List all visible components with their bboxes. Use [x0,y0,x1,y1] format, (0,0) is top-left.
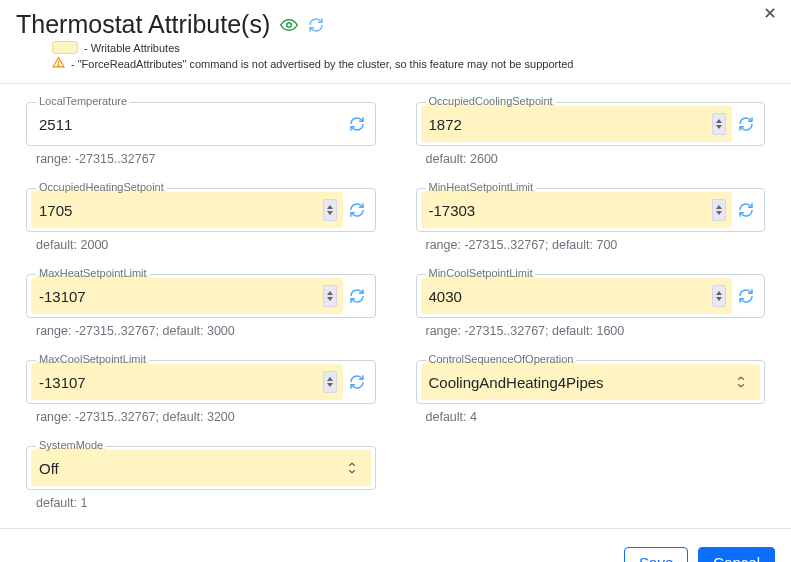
field-value: 1872 [429,116,707,133]
svg-point-2 [58,65,59,66]
dialog-footer: Save Cancel [0,529,791,562]
field-hint: default: 1 [36,496,376,510]
field-label: MinCoolSetpointLimit [426,267,536,279]
field-label: LocalTemperature [36,95,130,107]
refresh-icon[interactable] [343,288,371,304]
field-local-temperature: LocalTemperature 2511 range: -27315..327… [26,102,376,166]
field-max-heat-setpoint-limit: MaxHeatSetpointLimit -13107 range: -2731… [26,274,376,338]
field-value: -17303 [429,202,707,219]
max-heat-setpoint-limit-input[interactable]: -13107 [31,278,343,314]
field-hint: default: 2600 [426,152,766,166]
local-temperature-input: 2511 [31,106,343,142]
dialog-title: Thermostat Attribute(s) [16,10,270,39]
field-value: Off [39,460,339,477]
field-value: CoolingAndHeating4Pipes [429,374,729,391]
field-hint: range: -27315..32767; default: 700 [426,238,766,252]
field-min-heat-setpoint-limit: MinHeatSetpointLimit -17303 range: -2731… [416,188,766,252]
close-button[interactable] [763,6,777,23]
control-sequence-of-operation-select[interactable]: CoolingAndHeating4Pipes [421,364,761,400]
field-system-mode: SystemMode Off default: 1 [26,446,376,510]
dialog-header: Thermostat Attribute(s) - Writable Attri… [0,0,791,84]
legend-warning-text: - "ForceReadAttributes" command is not a… [71,58,573,70]
min-heat-setpoint-limit-input[interactable]: -17303 [421,192,733,228]
occupied-cooling-setpoint-input[interactable]: 1872 [421,106,733,142]
thermostat-attributes-dialog: Thermostat Attribute(s) - Writable Attri… [0,0,791,562]
refresh-icon[interactable] [732,288,760,304]
field-label: SystemMode [36,439,106,451]
field-occupied-heating-setpoint: OccupiedHeatingSetpoint 1705 default: 20… [26,188,376,252]
field-control-sequence-of-operation: ControlSequenceOfOperation CoolingAndHea… [416,360,766,424]
legend-writable-text: - Writable Attributes [84,42,180,54]
refresh-icon[interactable] [343,116,371,132]
number-stepper[interactable] [712,113,726,135]
field-value: 2511 [39,116,337,133]
number-stepper[interactable] [323,199,337,221]
legend: - Writable Attributes - "ForceReadAttrib… [16,41,775,71]
warning-icon [52,56,65,71]
number-stepper[interactable] [712,285,726,307]
field-hint: range: -27315..32767; default: 3200 [36,410,376,424]
dropdown-icon [734,375,754,389]
field-hint: range: -27315..32767; default: 3000 [36,324,376,338]
field-max-cool-setpoint-limit: MaxCoolSetpointLimit -13107 range: -2731… [26,360,376,424]
field-occupied-cooling-setpoint: OccupiedCoolingSetpoint 1872 default: 26… [416,102,766,166]
field-label: MinHeatSetpointLimit [426,181,537,193]
field-value: 1705 [39,202,317,219]
max-cool-setpoint-limit-input[interactable]: -13107 [31,364,343,400]
save-button[interactable]: Save [624,547,688,562]
refresh-all-icon[interactable] [308,17,324,33]
field-hint: range: -27315..32767; default: 1600 [426,324,766,338]
field-label: MaxHeatSetpointLimit [36,267,150,279]
cancel-button[interactable]: Cancel [698,547,775,562]
writable-swatch [52,41,78,54]
svg-point-0 [287,22,292,27]
refresh-icon[interactable] [732,116,760,132]
refresh-icon[interactable] [343,374,371,390]
field-label: OccupiedCoolingSetpoint [426,95,556,107]
field-hint: default: 4 [426,410,766,424]
min-cool-setpoint-limit-input[interactable]: 4030 [421,278,733,314]
field-min-cool-setpoint-limit: MinCoolSetpointLimit 4030 range: -27315.… [416,274,766,338]
field-value: 4030 [429,288,707,305]
field-value: -13107 [39,288,317,305]
field-label: OccupiedHeatingSetpoint [36,181,167,193]
field-label: MaxCoolSetpointLimit [36,353,149,365]
number-stepper[interactable] [323,285,337,307]
refresh-icon[interactable] [732,202,760,218]
system-mode-select[interactable]: Off [31,450,371,486]
dialog-body: LocalTemperature 2511 range: -27315..327… [0,84,791,529]
dropdown-icon [345,461,365,475]
view-icon[interactable] [280,16,298,34]
field-hint: default: 2000 [36,238,376,252]
field-value: -13107 [39,374,317,391]
field-hint: range: -27315..32767 [36,152,376,166]
refresh-icon[interactable] [343,202,371,218]
number-stepper[interactable] [323,371,337,393]
occupied-heating-setpoint-input[interactable]: 1705 [31,192,343,228]
field-label: ControlSequenceOfOperation [426,353,577,365]
number-stepper[interactable] [712,199,726,221]
